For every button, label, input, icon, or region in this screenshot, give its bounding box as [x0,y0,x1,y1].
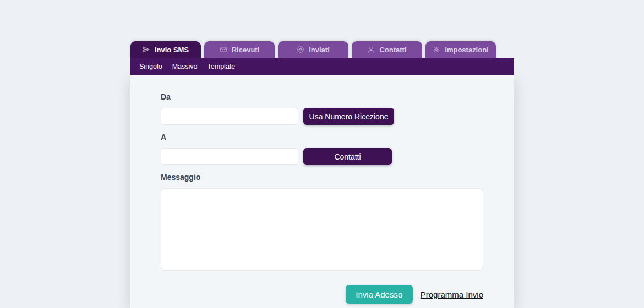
to-row: Contatti [161,148,483,165]
tab-bar: Invio SMS Ricevuti Inviati Contatti Impo… [130,41,514,58]
tab-label: Inviati [309,46,330,54]
tab-impostazioni[interactable]: Impostazioni [425,41,496,58]
tab-inviati[interactable]: Inviati [278,41,348,58]
to-input[interactable] [161,148,298,165]
tab-label: Ricevuti [232,46,260,54]
tab-label: Contatti [379,46,406,54]
to-label: A [161,133,483,141]
tab-contatti[interactable]: Contatti [352,41,422,58]
subnav-item-singolo[interactable]: Singolo [139,63,162,70]
contacts-button[interactable]: Contatti [303,148,392,165]
sms-app-window: Invio SMS Ricevuti Inviati Contatti Impo… [130,41,514,308]
form-actions: Invia Adesso Programma Invio [161,285,483,304]
sms-form-panel: Da Usa Numero Ricezione A Contatti Messa… [130,75,514,308]
subnav-item-massivo[interactable]: Massivo [172,63,198,70]
tab-ricevuti[interactable]: Ricevuti [204,41,275,58]
send-icon [143,46,150,53]
message-label: Messaggio [161,173,483,182]
subnav-item-template[interactable]: Template [208,63,236,70]
send-now-button[interactable]: Invia Adesso [346,285,413,304]
use-receive-number-button[interactable]: Usa Numero Ricezione [303,108,394,125]
tab-invio-sms[interactable]: Invio SMS [130,41,201,58]
tab-label: Impostazioni [445,46,488,54]
sent-mail-icon [297,46,304,53]
gear-icon [433,46,440,53]
person-icon [367,46,375,53]
from-label: Da [161,92,483,101]
inbox-envelope-icon [220,46,227,53]
from-row: Usa Numero Ricezione [161,108,483,125]
schedule-send-link[interactable]: Programma Invio [421,290,483,299]
tab-label: Invio SMS [155,46,189,54]
message-textarea[interactable] [161,188,483,271]
from-input[interactable] [161,108,298,125]
subnav-bar: Singolo Massivo Template [130,58,514,75]
